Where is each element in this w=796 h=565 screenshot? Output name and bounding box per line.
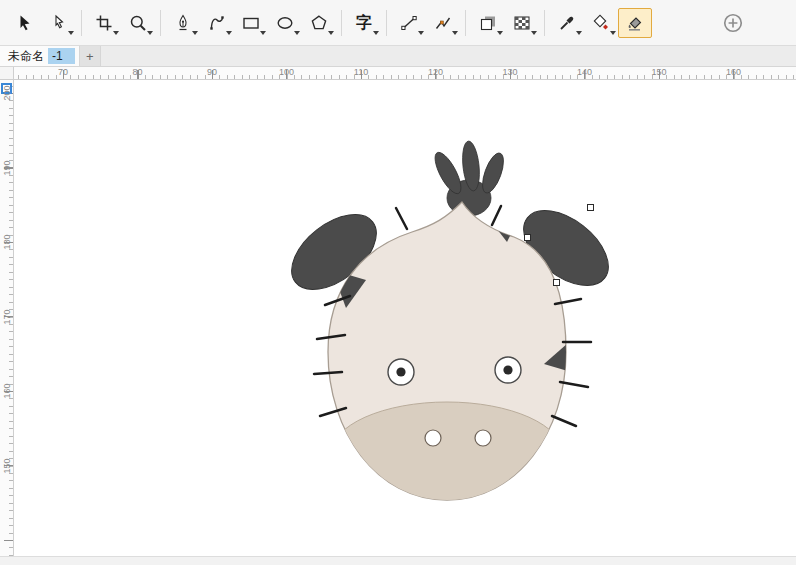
crop-tool-icon: [94, 13, 114, 33]
ellipse-tool-icon: [275, 13, 295, 33]
document-tab-title: 未命名: [8, 48, 44, 65]
crop-tool[interactable]: [87, 8, 121, 38]
toolbox: 字: [0, 0, 796, 46]
smart-fill-tool-icon: [591, 13, 611, 33]
ruler-label: 150: [2, 458, 11, 473]
left-nostril-shape[interactable]: [425, 430, 441, 446]
toolbar-separator: [544, 10, 545, 36]
ruler-label: 110: [354, 68, 368, 77]
ruler-label: 70: [58, 68, 68, 77]
document-tab-bar: 未命名 -1 +: [0, 46, 796, 67]
eyedropper-tool-icon: [557, 13, 577, 33]
text-tool-icon: 字: [356, 15, 372, 31]
ruler-label: 90: [207, 68, 217, 77]
plus-circle-icon: [722, 12, 744, 34]
horizontal-scrollbar[interactable]: [0, 556, 796, 565]
line-tool-icon: [399, 13, 419, 33]
flyout-arrow-icon: [226, 31, 232, 35]
left-eye-shape[interactable]: [388, 359, 414, 385]
horizontal-ruler[interactable]: 708090100110120130140150160: [14, 67, 796, 80]
workspace: 708090100110120130140150160 200190180170…: [0, 67, 796, 556]
ruler-label: 80: [132, 68, 142, 77]
eyedropper-tool[interactable]: [550, 8, 584, 38]
bspline-tool-icon: [207, 13, 227, 33]
flyout-arrow-icon: [113, 31, 119, 35]
toolbar-separator: [160, 10, 161, 36]
bspline-tool[interactable]: [200, 8, 234, 38]
ruler-label: 100: [279, 68, 294, 77]
flyout-arrow-icon: [260, 31, 266, 35]
shape-tool-icon: [49, 13, 69, 33]
left-pupil: [396, 367, 405, 376]
vertical-ruler[interactable]: 200190180170160150: [0, 80, 14, 556]
hair-tuft-shape[interactable]: [430, 140, 508, 216]
ruler-label: 200: [2, 85, 11, 100]
right-pupil: [503, 365, 512, 374]
drawing-page[interactable]: [14, 80, 796, 556]
transparency-tool-icon: [512, 13, 532, 33]
new-document-button[interactable]: [716, 8, 750, 38]
zoom-tool[interactable]: [121, 8, 155, 38]
flyout-arrow-icon: [328, 31, 334, 35]
polygon-tool[interactable]: [302, 8, 336, 38]
polyline-tool[interactable]: [426, 8, 460, 38]
interactive-fill-tool-icon: [625, 13, 645, 33]
transparency-tool[interactable]: [505, 8, 539, 38]
pen-tool[interactable]: [166, 8, 200, 38]
flyout-arrow-icon: [531, 31, 537, 35]
polyline-tool-icon: [433, 13, 453, 33]
flyout-arrow-icon: [192, 31, 198, 35]
line-tool[interactable]: [392, 8, 426, 38]
ruler-label: 120: [428, 68, 443, 77]
drawing-canvas[interactable]: [14, 80, 796, 556]
ruler-corner[interactable]: [0, 67, 14, 80]
flyout-arrow-icon: [418, 31, 424, 35]
toolbar-separator: [386, 10, 387, 36]
zoom-tool-icon: [128, 13, 148, 33]
ruler-label: 160: [2, 383, 11, 398]
pen-tool-icon: [173, 13, 193, 33]
right-eye-shape[interactable]: [495, 357, 521, 383]
pick-tool-icon: [15, 13, 35, 33]
flyout-arrow-icon: [294, 31, 300, 35]
rectangle-tool[interactable]: [234, 8, 268, 38]
toolbar-separator: [81, 10, 82, 36]
right-nostril-shape[interactable]: [475, 430, 491, 446]
interactive-fill-tool[interactable]: [618, 8, 652, 38]
flyout-arrow-icon: [68, 31, 74, 35]
toolbar-separator: [465, 10, 466, 36]
toolbar-separator: [341, 10, 342, 36]
flyout-arrow-icon: [373, 31, 379, 35]
smart-fill-tool[interactable]: [584, 8, 618, 38]
ruler-label: 130: [502, 68, 517, 77]
shape-tool[interactable]: [42, 8, 76, 38]
ruler-label: 170: [2, 309, 11, 324]
flyout-arrow-icon: [147, 31, 153, 35]
document-tab-title-suffix: -1: [48, 48, 75, 64]
app-window: 字: [0, 0, 796, 565]
pick-tool[interactable]: [8, 8, 42, 38]
drop-shadow-tool[interactable]: [471, 8, 505, 38]
polygon-tool-icon: [309, 13, 329, 33]
document-tab[interactable]: 未命名 -1: [0, 46, 80, 66]
flyout-arrow-icon: [610, 31, 616, 35]
flyout-arrow-icon: [576, 31, 582, 35]
ruler-label: 160: [726, 68, 741, 77]
muzzle-shape[interactable]: [331, 402, 563, 506]
text-tool[interactable]: 字: [347, 8, 381, 38]
rectangle-tool-icon: [241, 13, 261, 33]
new-tab-button[interactable]: +: [80, 46, 101, 66]
ruler-label: 190: [2, 160, 11, 175]
ruler-label: 180: [2, 234, 11, 249]
flyout-arrow-icon: [497, 31, 503, 35]
flyout-arrow-icon: [452, 31, 458, 35]
ruler-label: 140: [577, 68, 592, 77]
drop-shadow-tool-icon: [478, 13, 498, 33]
ellipse-tool[interactable]: [268, 8, 302, 38]
ruler-label: 150: [651, 68, 666, 77]
